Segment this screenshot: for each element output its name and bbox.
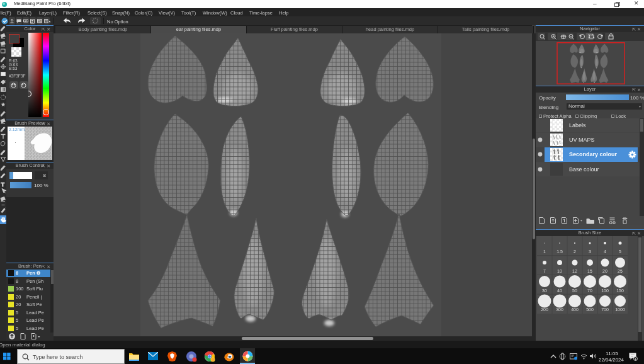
svg-text:100: 100 xyxy=(601,288,609,293)
svg-text:2: 2 xyxy=(573,249,576,254)
svg-text:3: 3 xyxy=(589,249,591,254)
svg-text:15: 15 xyxy=(587,269,592,273)
svg-text:10: 10 xyxy=(557,269,562,273)
svg-text:40: 40 xyxy=(557,288,562,293)
svg-text:200: 200 xyxy=(541,307,548,312)
svg-text:4: 4 xyxy=(604,249,606,254)
svg-text:5: 5 xyxy=(619,249,621,254)
svg-text:400: 400 xyxy=(571,307,579,312)
svg-text:150: 150 xyxy=(616,288,624,293)
svg-text:1.5: 1.5 xyxy=(556,249,563,254)
svg-text:T: T xyxy=(1,181,5,188)
svg-text:700: 700 xyxy=(601,307,609,312)
svg-text:11:05: 11:05 xyxy=(606,351,618,356)
svg-text:1: 1 xyxy=(543,249,546,254)
svg-text:12: 12 xyxy=(572,269,577,273)
svg-text:70: 70 xyxy=(587,288,592,293)
svg-text:500: 500 xyxy=(586,307,594,312)
svg-text:30: 30 xyxy=(542,288,547,293)
svg-text:300: 300 xyxy=(556,307,563,312)
svg-text:25: 25 xyxy=(618,269,623,273)
svg-text:1000: 1000 xyxy=(615,307,625,312)
svg-text:7: 7 xyxy=(543,269,546,273)
svg-text:50: 50 xyxy=(572,288,577,293)
svg-text:20: 20 xyxy=(602,269,607,273)
svg-text:22/04/2024: 22/04/2024 xyxy=(599,357,624,363)
